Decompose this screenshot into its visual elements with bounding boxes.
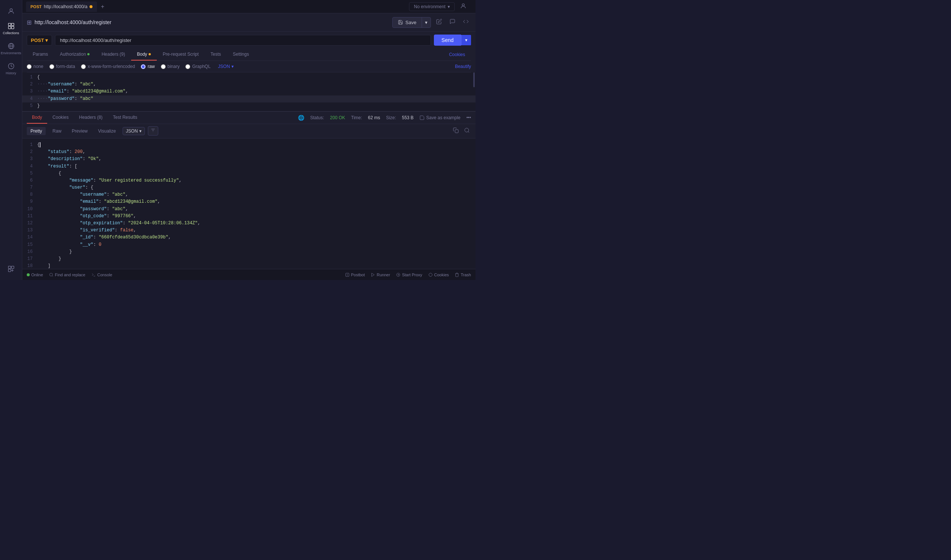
start-proxy-button[interactable]: Start Proxy: [396, 272, 422, 277]
status-online[interactable]: Online: [27, 272, 43, 277]
trash-icon: [455, 272, 459, 277]
cookies-status-button[interactable]: Cookies: [428, 272, 449, 277]
save-as-example-button[interactable]: Save as example: [419, 115, 460, 120]
tab-method: POST: [31, 5, 42, 9]
option-form-data[interactable]: form-data: [49, 64, 75, 69]
response-time: 62 ms: [368, 115, 380, 120]
resp-view-visualize[interactable]: Visualize: [94, 127, 120, 135]
postbot-button[interactable]: Postbot: [345, 272, 365, 277]
response-format-selector[interactable]: JSON ▾: [123, 127, 145, 135]
more-options-icon[interactable]: •••: [466, 115, 471, 120]
code-icon-button[interactable]: [461, 16, 471, 28]
resp-line-18: 18 ]: [22, 263, 476, 269]
find-replace-button[interactable]: Find and replace: [49, 272, 85, 277]
edit-icon-button[interactable]: [434, 16, 444, 28]
tab-body[interactable]: Body: [131, 49, 157, 60]
online-label: Online: [31, 272, 43, 277]
sidebar-item-collections[interactable]: Collections: [0, 18, 22, 38]
resp-view-raw[interactable]: Raw: [49, 127, 65, 135]
save-button-main[interactable]: Save: [392, 17, 422, 28]
sidebar-item-environments[interactable]: Environments: [0, 38, 22, 58]
sidebar-label-history: History: [6, 71, 16, 75]
add-tab-button[interactable]: +: [98, 3, 106, 11]
env-label: No environment: [414, 4, 445, 9]
tab-headers[interactable]: Headers (9): [95, 49, 131, 60]
response-actions: [452, 126, 471, 136]
save-button[interactable]: Save ▾: [392, 17, 431, 28]
svg-point-14: [462, 4, 464, 6]
tab-prerequest[interactable]: Pre-request Script: [157, 49, 205, 60]
url-bar-icon: ⊞: [27, 19, 32, 26]
filter-icon-button[interactable]: [148, 126, 158, 135]
option-urlencoded[interactable]: x-www-form-urlencoded: [81, 64, 135, 69]
request-tab[interactable]: POST http://localhost:4000/a: [26, 2, 97, 12]
request-panel: POST ▾ Send ▾ Params Authorization Heade…: [22, 32, 476, 72]
request-body-editor[interactable]: 1 { 2 ····"username": "abc", 3 ····"emai…: [22, 72, 476, 111]
url-bar-text: http://localhost:4000/auth/register: [35, 19, 111, 25]
url-input[interactable]: [55, 35, 431, 46]
option-raw[interactable]: raw: [141, 64, 155, 69]
send-dropdown-button[interactable]: ▾: [461, 35, 471, 45]
method-selector[interactable]: POST ▾: [27, 35, 52, 46]
option-graphql[interactable]: GraphQL: [185, 64, 210, 69]
resp-view-preview[interactable]: Preview: [68, 127, 91, 135]
tab-settings[interactable]: Settings: [227, 49, 255, 60]
resp-tab-cookies[interactable]: Cookies: [47, 112, 74, 124]
console-button[interactable]: Console: [91, 272, 112, 277]
body-dot: [149, 53, 151, 55]
resp-line-4: 4 "result": [: [22, 163, 476, 170]
top-right-controls: No environment ▾: [406, 0, 472, 14]
option-none[interactable]: none: [27, 64, 43, 69]
search-response-button[interactable]: [463, 126, 471, 136]
runner-button[interactable]: Runner: [371, 272, 390, 277]
copy-response-button[interactable]: [452, 126, 460, 136]
resp-tab-body[interactable]: Body: [27, 112, 47, 124]
tab-authorization[interactable]: Authorization: [54, 49, 95, 60]
json-format-selector[interactable]: JSON ▾: [218, 64, 234, 69]
method-dropdown-icon: ▾: [45, 37, 48, 43]
runner-label: Runner: [377, 272, 390, 277]
resp-tab-test-results[interactable]: Test Results: [108, 112, 142, 124]
svg-rect-4: [11, 26, 14, 29]
resp-line-8: 8 "username": "abc",: [22, 191, 476, 198]
resp-line-3: 3 "description": "Ok",: [22, 155, 476, 163]
status-bar-right: Postbot Runner Start Proxy Cookies: [345, 272, 471, 277]
send-button[interactable]: Send: [434, 35, 461, 46]
response-body-editor[interactable]: 1 { 2 "status": 200, 3 "description": "O…: [22, 138, 476, 269]
trash-label: Trash: [461, 272, 471, 277]
svg-rect-18: [455, 129, 459, 133]
tab-settings-label: Settings: [233, 52, 249, 57]
save-dropdown-button[interactable]: ▾: [422, 17, 431, 28]
tab-params[interactable]: Params: [27, 49, 54, 60]
env-dropdown-icon: ▾: [448, 4, 450, 9]
sidebar-item-add[interactable]: [8, 262, 15, 276]
tab-tests[interactable]: Tests: [205, 49, 227, 60]
comment-icon-button[interactable]: [447, 16, 458, 28]
resp-format-dropdown-icon: ▾: [139, 128, 142, 134]
environment-selector[interactable]: No environment ▾: [409, 2, 455, 11]
tab-prerequest-label: Pre-request Script: [163, 52, 199, 57]
beautify-button[interactable]: Beautify: [455, 64, 471, 69]
console-icon: [91, 272, 96, 277]
sidebar-item-history[interactable]: History: [0, 58, 22, 79]
time-label: Time:: [351, 115, 362, 120]
resp-line-11: 11 "otp_code": "997766",: [22, 213, 476, 220]
resp-line-14: 14 "_id": "660fcfdea65d30cdbca0e39b",: [22, 234, 476, 241]
svg-point-21: [49, 273, 52, 276]
cookies-link[interactable]: Cookies: [443, 49, 471, 60]
resp-line-5: 5 {: [22, 170, 476, 177]
trash-button[interactable]: Trash: [455, 272, 471, 277]
resp-tab-headers[interactable]: Headers (8): [74, 112, 108, 124]
size-label: Size:: [386, 115, 396, 120]
sidebar-item-user[interactable]: [0, 4, 22, 18]
svg-rect-2: [11, 23, 14, 26]
save-example-label: Save as example: [426, 115, 460, 120]
method-label: POST: [31, 37, 44, 43]
top-user-icon[interactable]: [458, 0, 469, 12]
svg-point-19: [465, 128, 469, 132]
tab-tests-label: Tests: [211, 52, 221, 57]
resp-view-pretty[interactable]: Pretty: [27, 127, 46, 135]
console-label: Console: [97, 272, 112, 277]
response-status: 🌐 Status: 200 OK Time: 62 ms Size: 553 B…: [298, 115, 471, 121]
option-binary[interactable]: binary: [161, 64, 180, 69]
